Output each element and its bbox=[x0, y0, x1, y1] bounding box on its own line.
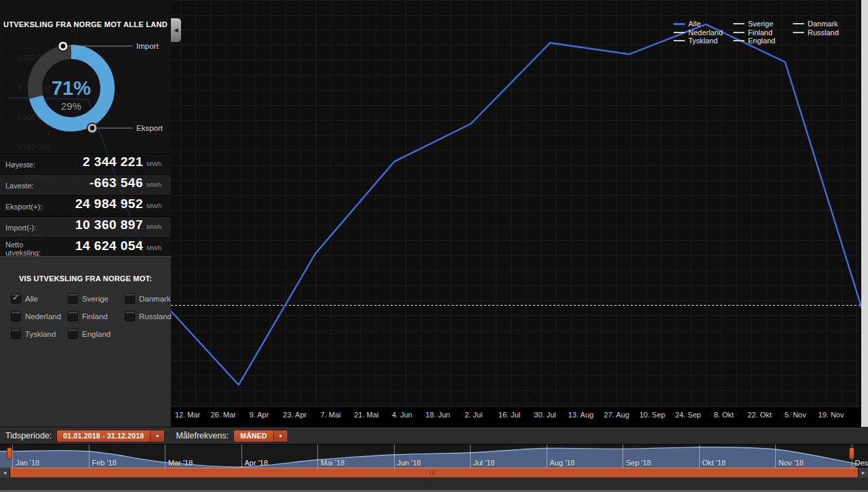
checkbox-icon[interactable]: ✓ bbox=[11, 293, 21, 304]
checkbox-nederland[interactable]: ✓Nederland bbox=[11, 311, 68, 321]
country-checkbox-list: ✓Alle✓Sverige✓Danmark✓Nederland✓Finland✓… bbox=[11, 293, 171, 339]
right-scrollbar[interactable] bbox=[861, 0, 868, 467]
legend-swatch-icon bbox=[673, 40, 685, 41]
checkbox-icon[interactable]: ✓ bbox=[68, 329, 78, 339]
export-label: Eksport bbox=[136, 124, 163, 132]
dropdown-arrow-icon[interactable]: ▾ bbox=[150, 430, 164, 442]
stat-value: 14 624 054 bbox=[57, 239, 143, 253]
legend-item-nederland[interactable]: Nederland bbox=[673, 28, 733, 37]
legend-item-england[interactable]: England bbox=[733, 37, 793, 45]
checkbox-sverige[interactable]: ✓Sverige bbox=[68, 293, 125, 304]
import-label: Import bbox=[136, 42, 159, 50]
navigator-month-label: Sep '18 bbox=[626, 459, 651, 467]
legend-item-russland[interactable]: Russland bbox=[793, 28, 852, 37]
malefrekvens-value: MÅNED bbox=[234, 430, 273, 442]
navigator-month-tick bbox=[775, 445, 776, 468]
checkbox-danmark[interactable]: ✓Danmark bbox=[125, 293, 172, 304]
checkbox-finland[interactable]: ✓Finland bbox=[68, 311, 125, 321]
navigator-month-tick bbox=[623, 445, 623, 468]
navigator-month-tick bbox=[165, 445, 165, 468]
navigator-month-tick bbox=[470, 445, 471, 468]
range-handle-right[interactable] bbox=[849, 447, 854, 459]
checkbox-alle[interactable]: ✓Alle bbox=[11, 293, 68, 304]
stat-row: Eksport(+):24 984 952MWh bbox=[0, 195, 171, 216]
legend-swatch-icon bbox=[733, 32, 745, 33]
stats-table: Høyeste:2 344 221MWhLaveste:-663 546MWhE… bbox=[0, 153, 171, 258]
export-percentage: 71% bbox=[52, 77, 91, 99]
legend-swatch-icon bbox=[733, 23, 745, 24]
tidsperiode-label: Tidsperiode: bbox=[5, 431, 52, 440]
navigator-month-label: Mar '18 bbox=[168, 459, 193, 467]
dropdown-arrow-icon[interactable]: ▾ bbox=[273, 430, 288, 442]
legend-item-tyskland[interactable]: Tyskland bbox=[673, 37, 733, 45]
stat-row: Laveste:-663 546MWh bbox=[0, 174, 171, 195]
country-filter-panel: VIS UTVEKSLING FRA NORGE MOT: ✓Alle✓Sver… bbox=[0, 256, 171, 428]
navigator-month-tick bbox=[394, 445, 395, 468]
filter-heading: VIS UTVEKSLING FRA NORGE MOT: bbox=[0, 257, 171, 283]
checkbox-label: Sverige bbox=[82, 295, 108, 303]
tidsperiode-button[interactable]: 01.01.2018 - 31.12.2018 ▾ bbox=[56, 430, 165, 443]
stat-value: -663 546 bbox=[57, 176, 143, 190]
checkbox-label: Nederland bbox=[25, 312, 61, 321]
navigator-month-tick bbox=[89, 445, 90, 468]
navigator-month-tick bbox=[699, 445, 700, 468]
navigator-month-label: Apr '18 bbox=[245, 459, 269, 467]
legend-swatch-icon bbox=[793, 32, 804, 33]
stat-row: Netto utveksling:14 624 054MWh bbox=[0, 237, 171, 258]
checkbox-icon[interactable]: ✓ bbox=[11, 329, 21, 339]
stat-label: Netto utveksling: bbox=[0, 241, 57, 257]
sidebar-collapse-button[interactable]: ◀ bbox=[171, 18, 181, 42]
chart-legend: AlleNederlandTysklandSverigeFinlandEngla… bbox=[673, 20, 852, 45]
import-export-donut: Import Eksport 71% 29% bbox=[0, 35, 171, 152]
navigator-month-label: Jul '18 bbox=[473, 459, 494, 467]
legend-swatch-icon bbox=[793, 23, 804, 24]
checkbox-icon[interactable]: ✓ bbox=[125, 293, 135, 304]
sidebar: UTVEKSLING FRA NORGE MOT ALLE LAND Impor… bbox=[0, 0, 171, 427]
checkbox-label: England bbox=[82, 330, 111, 338]
control-bar: Tidsperiode: 01.01.2018 - 31.12.2018 ▾ M… bbox=[0, 427, 868, 444]
checkbox-icon[interactable]: ✓ bbox=[125, 311, 135, 321]
x-axis-tick-label: 19. Nov bbox=[810, 411, 853, 419]
stat-label: Laveste: bbox=[0, 182, 57, 190]
timeline-navigator[interactable]: Jan '18Feb '18Mar '18Apr '18Mai '18Jun '… bbox=[0, 444, 868, 468]
navigator-month-label: Feb '18 bbox=[92, 459, 117, 467]
scrollbar-grip-icon[interactable] bbox=[430, 470, 435, 475]
scroll-right-icon[interactable]: ▸ bbox=[858, 468, 868, 478]
scroll-left-icon[interactable]: ◂ bbox=[0, 468, 10, 478]
stat-label: Import(-): bbox=[0, 224, 57, 232]
checkbox-icon[interactable]: ✓ bbox=[68, 311, 78, 321]
collapse-arrow-icon: ◀ bbox=[174, 27, 178, 33]
stat-label: Eksport(+): bbox=[0, 203, 57, 211]
checkbox-icon[interactable]: ✓ bbox=[11, 311, 21, 321]
navigator-area-chart bbox=[0, 445, 868, 468]
stat-unit: MWh bbox=[143, 160, 171, 167]
summary-panel: UTVEKSLING FRA NORGE MOT ALLE LAND Impor… bbox=[0, 0, 171, 256]
legend-item-sverige[interactable]: Sverige bbox=[733, 20, 793, 28]
stat-row: Høyeste:2 344 221MWh bbox=[0, 153, 171, 174]
legend-swatch-icon bbox=[733, 40, 745, 41]
sidebar-title: UTVEKSLING FRA NORGE MOT ALLE LAND bbox=[0, 0, 171, 28]
malefrekvens-button[interactable]: MÅNED ▾ bbox=[233, 430, 288, 443]
checkbox-russland[interactable]: ✓Russland bbox=[125, 311, 172, 321]
range-handle-left[interactable] bbox=[7, 447, 12, 459]
stat-value: 10 360 897 bbox=[57, 218, 143, 232]
navigator-month-tick bbox=[12, 445, 13, 468]
horizontal-scrollbar: ◂ ▸ bbox=[0, 468, 868, 478]
legend-swatch-icon bbox=[673, 23, 685, 25]
navigator-month-tick bbox=[241, 445, 242, 468]
stat-value: 2 344 221 bbox=[57, 155, 143, 169]
checkbox-label: Russland bbox=[139, 312, 172, 321]
stat-unit: MWh bbox=[143, 181, 171, 188]
scrollbar-track[interactable] bbox=[10, 468, 858, 478]
legend-item-alle[interactable]: Alle bbox=[673, 20, 733, 28]
checkbox-tyskland[interactable]: ✓Tyskland bbox=[11, 329, 68, 339]
legend-item-finland[interactable]: Finland bbox=[733, 28, 793, 37]
checkbox-label: Tyskland bbox=[25, 330, 56, 338]
checkbox-icon[interactable]: ✓ bbox=[68, 293, 78, 304]
navigator-month-label: Jan '18 bbox=[16, 459, 39, 467]
checkbox-england[interactable]: ✓England bbox=[68, 329, 125, 339]
checkbox-label: Alle bbox=[25, 295, 38, 303]
legend-item-danmark[interactable]: Danmark bbox=[793, 20, 852, 28]
legend-swatch-icon bbox=[673, 32, 685, 33]
stat-unit: MWh bbox=[143, 223, 171, 230]
